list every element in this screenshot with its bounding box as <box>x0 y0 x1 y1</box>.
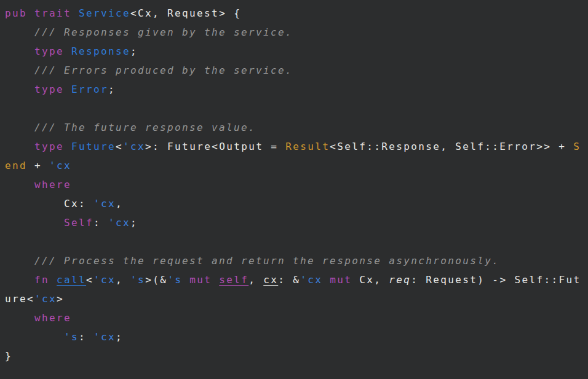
link-cx[interactable]: cx <box>263 274 278 286</box>
code-token: Response <box>71 45 130 57</box>
code-token: Error <box>71 84 108 95</box>
code-token <box>5 141 34 152</box>
link-call[interactable]: call <box>57 274 86 286</box>
code-token: : <box>79 331 93 343</box>
code-token: 's <box>167 274 182 286</box>
code-token: Service <box>79 7 130 19</box>
code-token <box>5 84 34 95</box>
code-token <box>64 45 71 57</box>
code-line: fn call<'cx, 's>(&'s mut self, cx: &'cx … <box>5 270 583 289</box>
code-token: ure< <box>5 293 34 305</box>
code-line <box>5 99 583 118</box>
code-line: pub trait Service<Cx, Request> { <box>5 4 583 23</box>
code-token: ; <box>130 45 138 57</box>
code-token: end <box>5 160 27 171</box>
link-self[interactable]: self <box>219 274 248 286</box>
code-token <box>64 141 71 152</box>
code-token <box>27 7 34 19</box>
code-token: trait <box>34 7 71 19</box>
code-token: + <box>27 160 49 171</box>
code-block: pub trait Service<Cx, Request> { /// Res… <box>0 0 588 379</box>
code-token: > <box>57 293 64 305</box>
code-token: Self <box>64 217 93 229</box>
code-token: : Request) -> Self::Fut <box>411 274 581 286</box>
code-token: mut <box>330 274 352 286</box>
code-token: req <box>389 274 411 286</box>
code-token: 'cx <box>300 274 322 286</box>
code-line: type Response; <box>5 42 583 61</box>
code-token: >: Future<Output = <box>145 141 285 152</box>
code-token: : & <box>278 274 300 286</box>
code-token <box>182 274 189 286</box>
code-token: type <box>34 45 64 57</box>
code-token: /// Errors produced by the service. <box>5 64 293 76</box>
code-token: >(& <box>145 274 167 286</box>
code-token <box>64 84 71 95</box>
code-token: S <box>573 141 581 152</box>
code-token: fn <box>34 274 49 286</box>
code-token: 'cx <box>108 217 130 229</box>
code-token: Future <box>71 141 116 152</box>
code-token: , <box>116 274 130 286</box>
code-line: /// The future response value. <box>5 118 583 137</box>
code-token: 'cx <box>93 274 116 286</box>
code-token <box>5 274 34 286</box>
code-token: where <box>34 179 71 190</box>
code-line: where <box>5 175 583 194</box>
code-line: where <box>5 308 583 327</box>
code-token: mut <box>189 274 212 286</box>
code-line: /// Responses given by the service. <box>5 23 583 42</box>
code-token: /// The future response value. <box>5 122 256 133</box>
code-token: ; <box>108 84 116 95</box>
code-line: /// Errors produced by the service. <box>5 61 583 80</box>
code-token: } <box>5 350 12 362</box>
code-token <box>5 179 34 190</box>
code-token: Cx, <box>352 274 389 286</box>
code-token: type <box>34 141 64 152</box>
code-token: 'cx <box>123 141 145 152</box>
code-token: : <box>93 217 108 229</box>
code-token: where <box>34 312 71 324</box>
code-token: ; <box>130 217 138 229</box>
code-token: , <box>116 198 123 209</box>
code-token: 's <box>130 274 145 286</box>
code-token: 'cx <box>49 160 71 171</box>
code-token: /// Responses given by the service. <box>5 26 293 38</box>
code-token: <Self::Response, Self::Error>> + <box>330 141 573 152</box>
code-token: 'cx <box>93 198 116 209</box>
code-token <box>5 331 64 343</box>
code-token: , <box>248 274 263 286</box>
code-line: } <box>5 346 583 365</box>
code-token <box>5 45 34 57</box>
code-line: Cx: 'cx, <box>5 194 583 213</box>
code-token: < <box>116 141 123 152</box>
code-line: Self: 'cx; <box>5 213 583 232</box>
code-token: < <box>86 274 93 286</box>
code-token: Cx: <box>5 198 93 209</box>
code-line <box>5 232 583 251</box>
code-token <box>5 217 64 229</box>
code-token <box>71 7 79 19</box>
code-token <box>212 274 219 286</box>
code-token: ; <box>116 331 123 343</box>
code-line: ure<'cx> <box>5 289 583 308</box>
code-token: type <box>34 84 64 95</box>
code-token: 's <box>64 331 79 343</box>
code-token <box>49 274 57 286</box>
code-token: 'cx <box>34 293 57 305</box>
code-line: /// Process the request and return the r… <box>5 251 583 270</box>
code-line: type Error; <box>5 80 583 99</box>
rust-code: pub trait Service<Cx, Request> { /// Res… <box>5 4 583 365</box>
code-token: 'cx <box>93 331 116 343</box>
code-token: <Cx, Request> { <box>130 7 241 19</box>
code-token: Result <box>285 141 330 152</box>
code-line: end + 'cx <box>5 156 583 175</box>
code-token: /// Process the request and return the r… <box>5 255 499 267</box>
code-line: type Future<'cx>: Future<Output = Result… <box>5 137 583 156</box>
code-token <box>5 312 34 324</box>
code-token: pub <box>5 7 27 19</box>
code-line: 's: 'cx; <box>5 327 583 346</box>
code-token <box>322 274 330 286</box>
